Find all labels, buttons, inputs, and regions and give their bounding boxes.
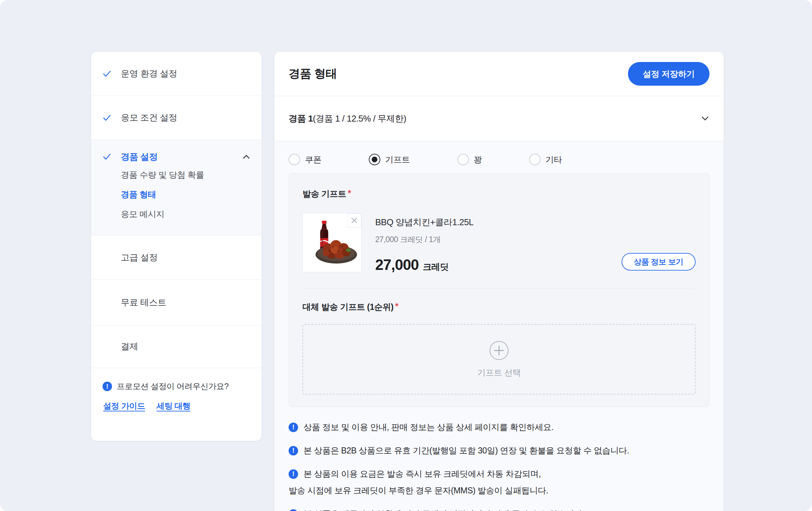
sidebar-item-label: 결제 — [121, 341, 138, 353]
check-icon — [103, 69, 111, 78]
close-icon — [351, 217, 358, 224]
required-asterisk: * — [395, 301, 398, 313]
notice-item: 본 상품은 B2B 상품으로 유효 기간(발행일 포함 30일) 연장 및 환불… — [289, 445, 709, 456]
sidebar-item-label: 고급 설정 — [121, 252, 158, 263]
sidebar-help-footer: 프로모션 설정이 어려우신가요? 설정 가이드 세팅 대행 — [91, 368, 262, 411]
prize-1-accordion-body: 쿠폰 기프트 꽝 기타 발송 기프트 * — [274, 141, 724, 511]
notice-item: 본 상품은 제공사의 상황에 따라 금액이 변경되거나 판매 중단될 수 있습니… — [289, 508, 709, 511]
page-title: 경품 형태 — [289, 66, 337, 82]
sidebar-item-entry-conditions[interactable]: 응모 조건 설정 — [91, 96, 262, 140]
sidebar-item-operation-env[interactable]: 운영 환경 설정 — [91, 52, 262, 96]
product-meta: 27,000 크레딧 / 1개 — [375, 234, 473, 245]
notice-text: 본 상품은 제공사의 상황에 따라 금액이 변경되거나 판매 중단될 수 있습니… — [303, 508, 584, 511]
radio-etc[interactable]: 기타 — [529, 154, 562, 165]
prize-type-radio-group: 쿠폰 기프트 꽝 기타 — [289, 154, 709, 165]
sidebar-subitem-label: 경품 형태 — [121, 189, 156, 200]
product-name: BBQ 양념치킨+콜라1.25L — [375, 216, 473, 228]
sidebar-item-label: 경품 설정 — [121, 151, 158, 163]
prize-type-panel: 경품 형태 설정 저장하기 경품 1(경품 1 / 12.5% / 무제한) 쿠… — [274, 51, 724, 511]
radio-circle[interactable] — [529, 154, 541, 165]
product-info: BBQ 양념치킨+콜라1.25L 27,000 크레딧 / 1개 27,000 … — [375, 213, 473, 273]
prize-1-accordion-header[interactable]: 경품 1(경품 1 / 12.5% / 무제한) — [274, 96, 724, 141]
radio-circle[interactable] — [289, 154, 300, 165]
sidebar-item-label: 무료 테스트 — [121, 297, 166, 308]
sidebar-item-prize-settings[interactable]: 경품 설정 — [91, 149, 262, 165]
product-price-row: 27,000 크레딧 — [375, 256, 473, 273]
notice-item: 상품 정보 및 이용 안내, 판매 정보는 상품 상세 페이지를 확인하세요. — [289, 421, 709, 433]
plus-circle-icon — [489, 341, 509, 360]
radio-gift[interactable]: 기프트 — [369, 154, 410, 165]
promotion-settings-page: 운영 환경 설정 응모 조건 설정 경품 설정 경품 수량 및 당첨 확률 — [0, 0, 812, 511]
selected-gift-row: BBQ 양념치킨+콜라1.25L 27,000 크레딧 / 1개 27,000 … — [302, 213, 696, 273]
chevron-down-icon[interactable] — [701, 114, 709, 123]
sidebar-section-prize-settings: 경품 설정 경품 수량 및 당첨 확률 경품 형태 응모 메시지 — [91, 140, 262, 236]
select-gift-text: 기프트 선택 — [477, 367, 521, 378]
product-image — [302, 213, 362, 272]
sidebar-subitem-prize-type[interactable]: 경품 형태 — [91, 185, 262, 204]
radio-label: 꽝 — [474, 154, 482, 165]
check-icon — [103, 113, 111, 122]
notice-text: 본 상품의 이용 요금은 발송 즉시 보유 크레딧에서 차동 차감되며, — [303, 468, 541, 480]
gift-settings-panel: 발송 기프트 * — [289, 173, 709, 407]
sidebar-item-label: 응모 조건 설정 — [121, 112, 177, 124]
notice-text: 본 상품은 B2B 상품으로 유효 기간(발행일 포함 30일) 연장 및 환불… — [303, 445, 629, 456]
info-icon — [289, 469, 298, 479]
sidebar-item-free-test[interactable]: 무료 테스트 — [91, 280, 262, 325]
info-icon — [103, 382, 112, 391]
sidebar-item-advanced-settings[interactable]: 고급 설정 — [91, 236, 262, 280]
prize-1-title: 경품 1(경품 1 / 12.5% / 무제한) — [289, 113, 406, 125]
notice-item: 본 상품의 이용 요금은 발송 즉시 보유 크레딧에서 차동 차감되며, 발송 … — [289, 468, 709, 496]
alt-gift-label-text: 대체 발송 기프트 (1순위) — [302, 301, 393, 313]
info-icon — [289, 509, 298, 511]
notice-text-continued: 발송 시점에 보유 크레딧이 부족한 경우 문자(MMS) 발송이 실패됩니다. — [289, 485, 709, 496]
send-gift-label-text: 발송 기프트 — [302, 188, 346, 199]
sidebar-subitem-label: 응모 메시지 — [121, 209, 164, 220]
view-product-info-button[interactable]: 상품 정보 보기 — [622, 253, 696, 271]
radio-label: 쿠폰 — [305, 154, 321, 165]
prize-1-title-rest: (경품 1 / 12.5% / 무제한) — [313, 113, 406, 124]
sidebar-item-label: 운영 환경 설정 — [121, 68, 177, 80]
sidebar-item-payment[interactable]: 결제 — [91, 325, 262, 368]
notice-list: 상품 정보 및 이용 안내, 판매 정보는 상품 상세 페이지를 확인하세요. … — [289, 421, 709, 511]
save-settings-button[interactable]: 설정 저장하기 — [628, 62, 709, 86]
panel-header: 경품 형태 설정 저장하기 — [274, 52, 724, 96]
remove-gift-button[interactable] — [347, 213, 361, 228]
prize-1-title-bold: 경품 1 — [289, 113, 313, 124]
price-value: 27,000 — [375, 256, 419, 273]
info-icon — [289, 446, 298, 455]
required-asterisk: * — [348, 188, 351, 199]
help-question-row: 프로모션 설정이 어려우신가요? — [103, 381, 251, 392]
radio-label: 기타 — [545, 154, 562, 165]
setup-guide-link[interactable]: 설정 가이드 — [103, 401, 145, 411]
send-gift-label: 발송 기프트 * — [302, 188, 696, 199]
sidebar-subitem-entry-message[interactable]: 응모 메시지 — [91, 204, 262, 224]
select-alt-gift-dropzone[interactable]: 기프트 선택 — [302, 324, 696, 395]
radio-coupon[interactable]: 쿠폰 — [289, 154, 321, 165]
help-question-text: 프로모션 설정이 어려우신가요? — [117, 381, 229, 392]
radio-lose[interactable]: 꽝 — [457, 154, 482, 165]
radio-label: 기프트 — [385, 154, 410, 165]
chevron-up-icon[interactable] — [242, 152, 251, 161]
price-unit: 크레딧 — [423, 261, 449, 273]
info-icon — [289, 423, 298, 432]
radio-circle-selected[interactable] — [369, 154, 380, 165]
sidebar-subitem-label: 경품 수량 및 당첨 확률 — [121, 169, 204, 180]
settings-step-sidebar: 운영 환경 설정 응모 조건 설정 경품 설정 경품 수량 및 당첨 확률 — [91, 51, 262, 441]
check-icon — [103, 152, 111, 161]
alt-gift-label: 대체 발송 기프트 (1순위) * — [302, 301, 696, 313]
panel-divider — [302, 288, 696, 289]
notice-text: 상품 정보 및 이용 안내, 판매 정보는 상품 상세 페이지를 확인하세요. — [303, 421, 554, 433]
sidebar-subitem-prize-quantity[interactable]: 경품 수량 및 당첨 확률 — [91, 165, 262, 185]
setup-agency-link[interactable]: 세팅 대행 — [157, 401, 190, 411]
help-links: 설정 가이드 세팅 대행 — [103, 401, 251, 411]
radio-circle[interactable] — [457, 154, 469, 165]
